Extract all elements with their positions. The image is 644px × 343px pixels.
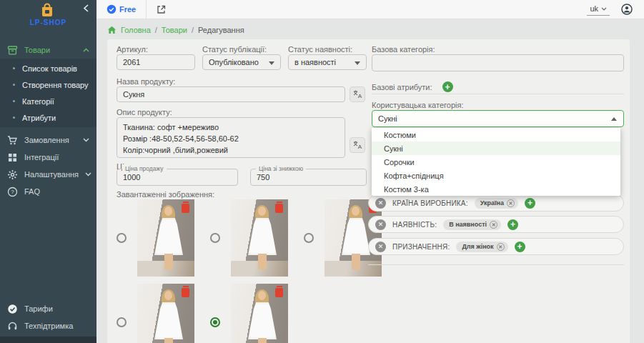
image-radio-1[interactable] xyxy=(117,233,127,243)
sidebar-item-product-create[interactable]: Створення товару xyxy=(0,76,96,93)
breadcrumb-home-link[interactable]: Головна xyxy=(121,26,151,34)
home-icon[interactable] xyxy=(107,26,117,34)
add-value-button[interactable]: + xyxy=(515,242,525,252)
verified-icon xyxy=(106,4,117,14)
sidebar-item-label: Техпідтримка xyxy=(24,322,73,330)
sidebar-item-tariffs[interactable]: Тарифи xyxy=(0,300,96,317)
chevron-down-icon xyxy=(85,172,91,177)
sidebar-item-products[interactable]: Товари xyxy=(0,41,96,59)
sidebar-item-label: Створення товару xyxy=(22,81,89,89)
breadcrumb: Головна / Товари / Редагування xyxy=(107,26,244,34)
attribute-chip-label: Україна xyxy=(480,199,504,207)
description-textarea[interactable]: Тканина: софт +мереживо Розмір :48-50,52… xyxy=(117,117,345,158)
category-dropdown: Костюми Сукні Сорочки Кофта+спідниця Кос… xyxy=(372,128,620,196)
category-option-kostium3[interactable]: Костюм 3-ка xyxy=(372,182,620,196)
sale-price-field[interactable]: Ціна продажу 1000 xyxy=(117,169,238,186)
bullet-icon xyxy=(13,67,15,69)
category-option-sukni[interactable]: Сукні xyxy=(372,141,620,155)
user-avatar-icon[interactable] xyxy=(621,4,633,15)
delete-image-icon[interactable] xyxy=(275,288,283,297)
sidebar-item-label: Замовлення xyxy=(24,136,69,144)
bullet-icon xyxy=(13,116,15,119)
translate-button[interactable]: A xyxy=(350,86,365,102)
remove-attribute-icon[interactable]: ✕ xyxy=(375,219,386,230)
custom-category-value: Сукні xyxy=(378,114,397,123)
svg-text:?: ? xyxy=(11,189,14,195)
sidebar-item-integrations[interactable]: Інтеграції xyxy=(0,149,96,166)
description-label: Опис продукту: xyxy=(117,108,172,116)
archive-icon xyxy=(7,45,18,56)
sku-input[interactable] xyxy=(117,54,195,70)
delete-image-icon[interactable] xyxy=(275,204,283,213)
avail-status-label: Статус наявності: xyxy=(288,45,352,54)
chevron-down-icon xyxy=(83,138,89,142)
custom-category-select[interactable]: Сукні xyxy=(372,110,624,127)
sidebar-item-settings[interactable]: Налаштування xyxy=(0,166,96,183)
sidebar-footer-strip xyxy=(0,337,96,343)
add-value-button[interactable]: + xyxy=(507,219,518,230)
product-name-label: Назва продукту: xyxy=(117,77,175,86)
sidebar: LP-SHOP Товари Список товарів Створення … xyxy=(0,0,96,343)
add-base-attribute-button[interactable]: + xyxy=(442,81,453,92)
image-radio-4[interactable] xyxy=(117,317,127,327)
product-name-input[interactable] xyxy=(117,86,345,102)
pub-status-select[interactable]: Опубліковано xyxy=(202,54,281,70)
pub-status-value: Опубліковано xyxy=(209,58,259,66)
add-value-button[interactable]: + xyxy=(525,198,535,209)
sidebar-collapse-icon[interactable] xyxy=(83,4,89,12)
discount-price-field[interactable]: Ціна зі знижкою 750 xyxy=(250,169,367,186)
open-external-icon[interactable] xyxy=(147,5,176,14)
image-radio-3[interactable] xyxy=(304,233,314,243)
plan-badge[interactable]: Free xyxy=(96,4,146,14)
category-option-kostiumy[interactable]: Костюми xyxy=(372,128,620,141)
svg-text:A: A xyxy=(357,93,362,99)
topbar-right: uk xyxy=(587,3,644,16)
image-radio-2[interactable] xyxy=(210,233,220,243)
sidebar-bottom: Тарифи Техпідтримка xyxy=(0,300,96,334)
attribute-row-availability: ✕ НАЯВНІСТЬ: В наявності✕ + xyxy=(368,216,624,233)
language-select[interactable]: uk xyxy=(587,3,610,16)
breadcrumb-separator: / xyxy=(192,26,194,34)
remove-attribute-icon[interactable]: ✕ xyxy=(375,242,386,252)
category-option-sorochky[interactable]: Сорочки xyxy=(372,155,620,169)
delete-image-icon[interactable] xyxy=(182,204,189,213)
remove-attribute-icon[interactable]: ✕ xyxy=(375,198,386,209)
sidebar-item-attributes[interactable]: Атрибути xyxy=(0,109,96,126)
divider xyxy=(372,94,624,94)
product-image-2 xyxy=(231,199,288,277)
translate-icon: A xyxy=(353,90,362,99)
sidebar-item-label: Тарифи xyxy=(24,304,53,313)
image-radio-5-selected[interactable] xyxy=(210,317,220,327)
breadcrumb-current: Редагування xyxy=(198,26,244,34)
avail-status-value: в наявності xyxy=(294,58,336,66)
images-label: Завантаженні зображення: xyxy=(117,190,214,199)
breadcrumb-products-link[interactable]: Товари xyxy=(162,26,187,34)
delete-image-icon[interactable] xyxy=(182,288,189,297)
attribute-name: КРАЇНА ВИРОБНИКА: xyxy=(392,199,468,207)
base-attrs-row: Базові атрибути: + xyxy=(372,81,453,92)
sidebar-item-orders[interactable]: Замовлення xyxy=(0,131,96,149)
remove-value-icon[interactable]: ✕ xyxy=(507,199,515,207)
attribute-row-purpose: ✕ ПРИЗНАЧЕННЯ: Для жінок✕ + xyxy=(368,238,624,255)
category-option-kofta[interactable]: Кофта+спідниця xyxy=(372,169,620,182)
base-category-label: Базова категорія: xyxy=(372,45,435,54)
shop-bag-icon xyxy=(39,3,55,17)
attribute-name: НАЯВНІСТЬ: xyxy=(392,221,437,229)
translate-icon: A xyxy=(353,141,362,149)
base-category-input[interactable] xyxy=(372,54,624,71)
product-image-1 xyxy=(137,199,194,277)
avail-status-select[interactable]: в наявності xyxy=(288,54,367,70)
remove-value-icon[interactable]: ✕ xyxy=(497,243,505,251)
sidebar-item-label: Список товарів xyxy=(22,64,77,73)
sidebar-item-product-list[interactable]: Список товарів xyxy=(0,60,96,76)
remove-value-icon[interactable]: ✕ xyxy=(490,221,497,229)
product-edit-form: Артикул: Статус публікації: Опубліковано… xyxy=(107,39,630,343)
sidebar-item-faq[interactable]: ? FAQ xyxy=(0,183,96,200)
sidebar-item-categories[interactable]: Категорії xyxy=(0,93,96,109)
discount-price-float-label: Ціна зі знижкою xyxy=(256,165,306,172)
translate-button[interactable]: A xyxy=(350,137,365,153)
grid-icon xyxy=(7,152,18,163)
page: { "colors": { "accent_green": "#4caf50",… xyxy=(0,0,644,343)
sidebar-item-support[interactable]: Техпідтримка xyxy=(0,317,96,334)
sale-price-float-label: Ціна продажу xyxy=(122,165,167,172)
